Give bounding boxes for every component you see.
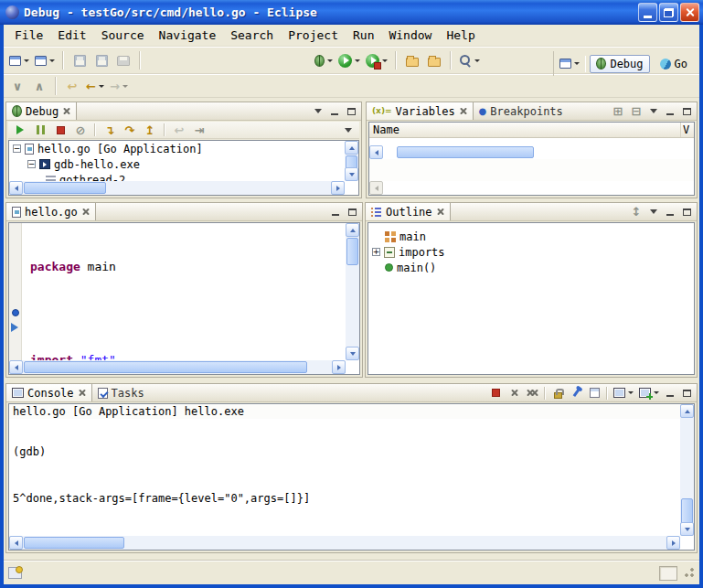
use-step-filters-button[interactable]: ⇥ [191, 123, 208, 138]
menu-help[interactable]: Help [439, 26, 482, 45]
close-tab-icon[interactable] [62, 107, 70, 115]
horizontal-scrollbar[interactable] [9, 360, 346, 374]
scroll-left-button[interactable] [9, 360, 23, 374]
step-into-button[interactable]: ↴ [101, 123, 118, 138]
menu-source[interactable]: Source [94, 26, 152, 45]
tree-row[interactable]: main() [368, 260, 694, 275]
perspective-debug-button[interactable]: Debug [590, 55, 649, 73]
search-button[interactable] [457, 50, 482, 70]
resize-grip-icon[interactable] [683, 567, 695, 579]
pin-console-button[interactable] [568, 385, 584, 401]
tab-hello-go[interactable]: hello.go [6, 203, 96, 220]
expander-icon[interactable]: + [372, 248, 380, 256]
step-over-button[interactable]: ↷ [122, 123, 138, 138]
outline-tree[interactable]: main + imports main() [367, 222, 695, 375]
new-wizard-button[interactable] [7, 50, 31, 70]
tab-debug[interactable]: Debug [6, 102, 77, 120]
maximize-view-button[interactable] [679, 205, 694, 219]
folder-search-button[interactable] [424, 50, 444, 70]
scroll-left-button[interactable] [9, 536, 23, 550]
console-output[interactable]: (gdb) 5^done,stack-args=[frame={level="0… [9, 419, 680, 536]
open-perspective-button[interactable] [558, 54, 581, 74]
last-edit-location-button[interactable]: ↩ [62, 76, 82, 96]
toolbar-overflow-button[interactable] [341, 123, 356, 137]
scroll-up-button[interactable] [345, 141, 358, 155]
menu-navigate[interactable]: Navigate [152, 26, 224, 45]
fast-view-icon[interactable] [8, 567, 22, 579]
collapse-all-button[interactable]: ⊟ [628, 103, 644, 119]
maximize-view-button[interactable] [679, 386, 694, 400]
clear-console-button[interactable] [586, 385, 602, 401]
scroll-left-button[interactable] [369, 145, 383, 159]
scroll-right-button[interactable] [368, 145, 369, 159]
scrollbar-thumb[interactable] [24, 361, 307, 373]
drop-to-frame-button[interactable]: ↩ [171, 123, 187, 138]
scroll-right-button[interactable] [332, 360, 346, 374]
scrollbar-thumb[interactable] [397, 146, 534, 158]
vertical-scrollbar[interactable] [680, 404, 694, 536]
minimize-view-button[interactable] [663, 386, 677, 400]
print-button[interactable] [113, 50, 133, 70]
open-console-button[interactable] [637, 385, 661, 401]
vertical-scrollbar[interactable] [346, 223, 359, 360]
disconnect-button[interactable]: ⊘ [72, 123, 89, 138]
minimize-view-button[interactable] [663, 205, 677, 219]
horizontal-scrollbar[interactable] [9, 181, 345, 195]
tree-row[interactable]: − hello.go [Go Application] [9, 141, 358, 156]
next-annotation-button[interactable]: ∨ [7, 76, 27, 96]
maximize-view-button[interactable] [344, 104, 358, 118]
step-return-button[interactable]: ↥ [142, 123, 158, 138]
maximize-view-button[interactable] [345, 205, 359, 219]
minimize-button[interactable] [638, 3, 657, 22]
scroll-up-button[interactable] [346, 223, 359, 237]
code-editor[interactable]: package main import "fmt" func main() { … [23, 223, 346, 360]
vertical-scrollbar[interactable] [345, 141, 358, 181]
menu-file[interactable]: File [7, 26, 50, 45]
scroll-down-button[interactable] [345, 167, 358, 181]
menu-search[interactable]: Search [223, 26, 281, 45]
run-button[interactable] [336, 50, 362, 70]
scrollbar-thumb[interactable] [346, 238, 358, 265]
open-folder-button[interactable] [402, 50, 422, 70]
scroll-lock-button[interactable] [549, 385, 566, 401]
new-menu-button[interactable] [33, 50, 57, 70]
view-menu-button[interactable] [646, 104, 661, 118]
close-tab-icon[interactable] [459, 107, 467, 115]
column-name[interactable]: Name [369, 123, 681, 137]
forward-button[interactable]: → [108, 76, 130, 96]
close-tab-icon[interactable] [81, 208, 90, 216]
close-button[interactable] [680, 3, 699, 22]
horizontal-scrollbar[interactable] [9, 536, 680, 550]
minimize-view-button[interactable] [663, 104, 677, 118]
save-button[interactable] [69, 50, 90, 70]
debug-tree[interactable]: − hello.go [Go Application] − gdb-hello.… [8, 140, 359, 196]
title-bar[interactable]: Debug - testGo/src/cmd/hello.go - Eclips… [0, 0, 703, 25]
scroll-left-button[interactable] [9, 181, 23, 195]
close-tab-icon[interactable] [78, 389, 86, 397]
tab-console[interactable]: Console [6, 384, 92, 401]
back-button[interactable]: ← [84, 76, 106, 96]
resume-button[interactable] [12, 123, 28, 138]
minimize-view-button[interactable] [328, 205, 343, 219]
scrollbar-thumb[interactable] [24, 537, 124, 549]
tab-tasks[interactable]: Tasks [92, 384, 150, 401]
menu-run[interactable]: Run [346, 26, 381, 45]
restore-button[interactable] [659, 3, 678, 22]
expander-icon[interactable]: − [27, 160, 36, 168]
layout-button[interactable]: ⊞ [610, 103, 626, 119]
remove-launch-button[interactable] [506, 385, 522, 401]
previous-annotation-button[interactable]: ∧ [29, 76, 49, 96]
scroll-down-button[interactable] [680, 522, 694, 536]
scroll-left-button[interactable] [369, 181, 383, 195]
sort-button[interactable]: ↕ [628, 204, 644, 219]
scroll-right-button[interactable] [368, 181, 369, 195]
menu-window[interactable]: Window [381, 26, 439, 45]
tab-outline[interactable]: Outline [366, 203, 451, 220]
minimize-view-button[interactable] [327, 104, 342, 118]
tab-breakpoints[interactable]: ● Breakpoints [474, 102, 569, 120]
remove-all-launches-button[interactable] [524, 385, 540, 401]
save-all-button[interactable] [91, 50, 112, 70]
display-selected-console-button[interactable] [612, 385, 635, 401]
menu-edit[interactable]: Edit [50, 26, 93, 45]
close-tab-icon[interactable] [436, 208, 444, 216]
